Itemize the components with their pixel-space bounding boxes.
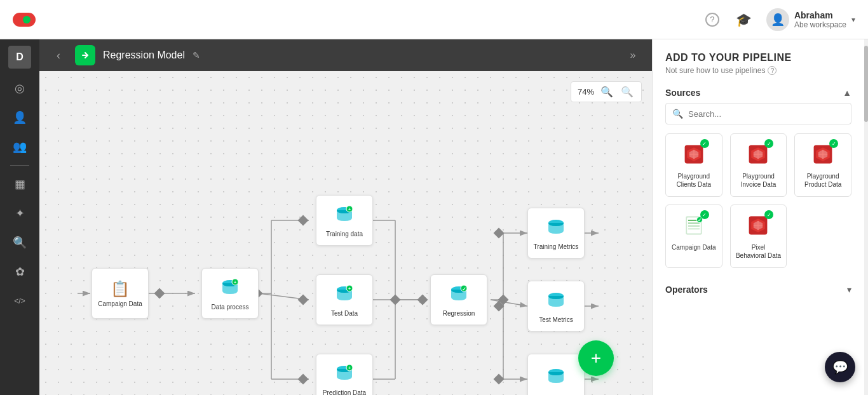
check-badge-clients: ✓: [700, 139, 709, 148]
diagram-icon: ◎: [15, 81, 25, 95]
chat-bubble[interactable]: 💬: [825, 352, 855, 382]
test-metrics-label: Test Metrics: [539, 316, 573, 323]
test-data-label: Test Data: [331, 310, 358, 317]
code-icon: </>: [14, 297, 25, 305]
svg-text:✓: ✓: [698, 217, 702, 223]
canvas-wrapper: ‹ Regression Model ✎ » 74% 🔍 🔍: [39, 39, 652, 395]
pipeline-canvas[interactable]: 74% 🔍 🔍: [39, 71, 652, 395]
zoom-out-button[interactable]: 🔍: [599, 84, 614, 99]
add-node-button[interactable]: +: [578, 340, 614, 376]
sidebar: D ◎ 👤 👥 ▦ ✦ 🔍 ✿ </>: [0, 39, 39, 395]
sidebar-item-search-person[interactable]: 🔍: [6, 229, 33, 256]
user-menu[interactable]: 👤 Abraham Abe workspace ▾: [766, 8, 855, 31]
playground-invoice-card[interactable]: ✓ Playground Invoice Data: [730, 133, 787, 197]
zoom-controls: 74% 🔍 🔍: [571, 81, 642, 102]
zoom-in-button[interactable]: 🔍: [620, 84, 635, 99]
regression-label: Regression: [443, 310, 475, 317]
campaign-data-label-panel: Campaign Data: [672, 243, 715, 251]
svg-rect-30: [298, 295, 309, 305]
campaign-data-node[interactable]: 📋 Campaign Data: [92, 268, 149, 319]
header-right: ? 🎓 👤 Abraham Abe workspace ▾: [703, 8, 855, 31]
campaign-data-icon: 📋: [111, 280, 130, 298]
playground-clients-card[interactable]: ✓ Playground Clients Data: [665, 133, 722, 197]
search-person-icon: 🔍: [13, 236, 27, 250]
regression-node[interactable]: ✓ Regression: [430, 274, 487, 325]
check-badge-invoice: ✓: [764, 139, 773, 148]
user-workspace: Abe workspace: [794, 20, 846, 29]
check-badge-pixel: ✓: [764, 210, 773, 219]
svg-rect-29: [298, 215, 309, 226]
svg-text:+: +: [348, 207, 351, 211]
pipeline-title: Regression Model: [103, 50, 185, 61]
training-metrics-node[interactable]: Training Metrics: [527, 208, 585, 258]
campaign-data-label: Campaign Data: [98, 300, 142, 307]
user-name: Abraham: [794, 10, 846, 20]
right-panel-header: ADD TO YOUR PIPELINE Not sure how to use…: [653, 39, 864, 81]
pixel-behavioral-card[interactable]: ✓ Pixel Behavioral Data: [730, 204, 787, 268]
search-icon: 🔍: [672, 109, 683, 119]
person-icon: 👤: [13, 110, 27, 124]
search-input[interactable]: [688, 109, 844, 119]
test-metrics-icon: [546, 290, 566, 314]
training-metrics-label: Training Metrics: [534, 243, 579, 250]
hint-text: Not sure how to use pipelines: [665, 66, 765, 75]
data-process-icon: +: [220, 277, 240, 301]
network-icon: ✦: [15, 206, 25, 220]
svg-rect-27: [498, 295, 509, 305]
svg-text:+: +: [348, 286, 351, 291]
test-data-icon: +: [334, 283, 355, 307]
svg-rect-33: [494, 228, 505, 239]
pipeline-icon-svg: [79, 49, 92, 62]
right-panel-content[interactable]: Sources ▲ 🔍: [653, 81, 864, 395]
source-icon-wrap: ✓: [681, 142, 707, 167]
avatar: 👤: [766, 8, 789, 31]
group-icon: 👥: [13, 140, 27, 154]
logo[interactable]: [13, 13, 36, 27]
main-area: D ◎ 👤 👥 ▦ ✦ 🔍 ✿ </> ‹: [0, 39, 868, 395]
prediction-data-label: Prediction Data: [323, 389, 366, 396]
sidebar-item-group[interactable]: 👥: [6, 133, 33, 160]
pipeline-header: ‹ Regression Model ✎ »: [39, 39, 652, 71]
training-data-node[interactable]: + Training data: [316, 195, 373, 246]
svg-rect-35: [494, 374, 505, 385]
data-process-label: Data process: [212, 304, 249, 311]
sidebar-item-network[interactable]: ✦: [6, 200, 33, 227]
sidebar-item-code[interactable]: </>: [6, 288, 33, 314]
back-button[interactable]: ‹: [50, 46, 67, 64]
test-metrics-node[interactable]: Test Metrics: [527, 281, 585, 331]
prediction-data-node[interactable]: + Prediction Data: [316, 354, 373, 395]
edit-icon[interactable]: ✎: [193, 50, 200, 60]
svg-rect-69: [688, 229, 700, 230]
campaign-data-card[interactable]: ✓ ✓ Campaign Data: [665, 204, 722, 268]
playground-product-label: Playground Product Data: [800, 172, 846, 189]
sidebar-item-people[interactable]: 👤: [6, 104, 33, 131]
sidebar-d-badge[interactable]: D: [8, 46, 31, 69]
top-header: ? 🎓 👤 Abraham Abe workspace ▾: [0, 0, 868, 39]
data-process-node[interactable]: + Data process: [201, 268, 259, 319]
help-icon: ?: [705, 13, 719, 27]
zoom-level: 74%: [578, 87, 594, 97]
sidebar-item-flower[interactable]: ✿: [6, 258, 33, 285]
svg-text:+: +: [234, 280, 236, 285]
pipeline-hint: Not sure how to use pipelines ?: [665, 66, 851, 75]
regression-icon: ✓: [449, 283, 469, 307]
sources-section-title: Sources: [665, 88, 700, 98]
panel-scrollbar[interactable]: [864, 39, 868, 395]
help-button[interactable]: ?: [703, 10, 722, 29]
expand-button[interactable]: »: [624, 46, 642, 64]
svg-rect-32: [417, 295, 428, 305]
unknown-node[interactable]: [527, 354, 585, 395]
svg-rect-31: [298, 374, 309, 385]
playground-product-card[interactable]: ✓ Playground Product Data: [794, 133, 851, 197]
operators-section-header[interactable]: Operators ▾: [665, 278, 851, 300]
test-data-node[interactable]: + Test Data: [316, 274, 373, 325]
sources-section-header[interactable]: Sources ▲: [665, 81, 851, 103]
svg-rect-28: [154, 288, 165, 299]
svg-line-6: [259, 293, 309, 300]
graduation-button[interactable]: 🎓: [735, 10, 754, 29]
pipeline-icon: [75, 45, 95, 65]
sidebar-item-diagram[interactable]: ◎: [6, 75, 33, 102]
flower-icon: ✿: [15, 265, 25, 279]
sidebar-item-grid[interactable]: ▦: [6, 171, 33, 198]
svg-text:+: +: [348, 366, 351, 370]
